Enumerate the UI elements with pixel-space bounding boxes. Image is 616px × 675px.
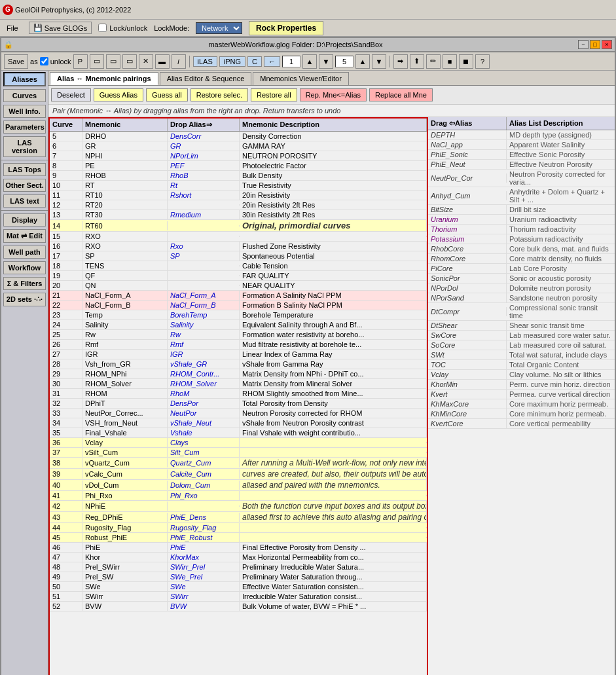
table-row[interactable]: 51 SWirr SWirr Irreducible Water Saturat…: [50, 592, 427, 602]
table-row[interactable]: 15 RXO: [50, 232, 427, 242]
table-row[interactable]: 21 NaCl_Form_A NaCl_Form_A Formation A S…: [50, 291, 427, 301]
table-row[interactable]: 10 RT Rt True Resistivity: [50, 181, 427, 191]
rep-mne-button[interactable]: Rep. Mne<=Alias: [300, 88, 367, 101]
tb-spin-up[interactable]: ▲: [302, 54, 317, 69]
table-row[interactable]: 22 NaCl_Form_B NaCl_Form_B Formation B S…: [50, 301, 427, 310]
tb-icon-bar[interactable]: ▬: [155, 54, 170, 69]
tb-icon-x[interactable]: ✕: [139, 54, 153, 69]
alias-row[interactable]: NaCl_app Apparent Water Salinity: [428, 140, 615, 150]
alias-row[interactable]: RhomCore Core matrix density, no fluids: [428, 254, 615, 264]
tb-square-icon[interactable]: ■: [443, 54, 457, 69]
tb-icon-4[interactable]: ▭: [122, 54, 137, 69]
sidebar-item-aliases[interactable]: Aliases: [3, 72, 46, 86]
table-row[interactable]: 16 RXO Rxo Flushed Zone Resistivity: [50, 242, 427, 251]
table-row[interactable]: 18 TENS Cable Tension: [50, 261, 427, 271]
alias-row[interactable]: KhMaxCore Core maximum horiz permeab.: [428, 399, 615, 409]
ipng-button[interactable]: iPNG: [219, 56, 245, 67]
table-row[interactable]: 45 Robust_PhiE PhiE_Robust: [50, 533, 427, 543]
table-row[interactable]: 32 DPhiT DensPor Total Porosity from Den…: [50, 399, 427, 409]
alias-row[interactable]: SoCore Lab measured core oil saturat.: [428, 340, 615, 350]
table-row[interactable]: 6 GR GR GAMMA RAY: [50, 141, 427, 151]
alias-row[interactable]: RhobCore Core bulk dens, mat. and fluids: [428, 244, 615, 254]
left-table-scroll[interactable]: 5 DRHO DensCorr Density Correction 6 GR …: [50, 132, 427, 675]
table-row[interactable]: 24 Salinity Salinity Equivalent Salinity…: [50, 320, 427, 330]
alias-row[interactable]: NPorDol Dolomite neutron porosity: [428, 283, 615, 293]
close-button[interactable]: ×: [602, 40, 612, 49]
tab-mnemonics-viewer[interactable]: Mnemonics Viewer/Editor: [253, 72, 349, 85]
tb-icon-2[interactable]: ▭: [90, 54, 104, 69]
table-row[interactable]: 35 Final_Vshale Vshale Final Vshale with…: [50, 428, 427, 438]
alias-row[interactable]: NPorSand Sandstone neutron porosity: [428, 293, 615, 303]
table-row[interactable]: 23 Temp BorehTemp Borehole Temperature: [50, 310, 427, 320]
table-row[interactable]: 50 SWe SWe Effective Water Saturation co…: [50, 582, 427, 592]
tb-pencil-icon[interactable]: ✏: [426, 54, 441, 69]
alias-row[interactable]: Uranium Uranium radioactivity: [428, 215, 615, 225]
sidebar-item-display[interactable]: Display: [3, 213, 46, 227]
alias-row[interactable]: Anhyd_Cum Anhydrite + Dolom + Quartz + S…: [428, 187, 615, 205]
num1-input[interactable]: [282, 56, 300, 67]
save-button[interactable]: Save: [4, 54, 28, 69]
tb-question-icon[interactable]: ?: [475, 54, 490, 69]
sidebar-item-las-tops[interactable]: LAS Tops: [3, 163, 46, 176]
restore-selec-button[interactable]: Restore selec.: [190, 88, 248, 101]
maximize-button[interactable]: □: [590, 40, 600, 49]
sidebar-item-mat-edit[interactable]: Mat ⇌ Edit: [3, 229, 46, 243]
table-row[interactable]: 34 VSH_from_Neut vShale_Neut vShale from…: [50, 418, 427, 428]
table-row[interactable]: 20 QN NEAR QUALITY: [50, 281, 427, 291]
save-glogs-button[interactable]: 💾 Save GLOGs: [29, 22, 92, 34]
alias-row[interactable]: PhiE_Sonic Effective Sonic Porosity: [428, 150, 615, 160]
table-row[interactable]: 13 RT30 Rmedium 30in Resistivity 2ft Res: [50, 210, 427, 220]
sidebar-item-curves[interactable]: Curves: [3, 89, 46, 102]
tb-up-icon[interactable]: ⬆: [410, 54, 424, 69]
table-row[interactable]: 44 Rugosity_Flag Rugosity_Flag: [50, 523, 427, 533]
alias-row[interactable]: KhMinCore Core minimum horiz permeab.: [428, 409, 615, 419]
table-row[interactable]: 33 NeutPor_Correc... NeutPor Neutron Por…: [50, 409, 427, 418]
table-row[interactable]: 28 Vsh_from_GR vShale_GR vShale from Gam…: [50, 359, 427, 369]
alias-row[interactable]: KhorMin Perm. curve min horiz. direction: [428, 380, 615, 390]
table-row[interactable]: 25 Rw Rw Formation water resistivity at …: [50, 330, 427, 340]
alias-row[interactable]: Thorium Thorium radioactivity: [428, 225, 615, 234]
rock-properties-button[interactable]: Rock Properties: [249, 21, 323, 35]
table-row[interactable]: 27 IGR IGR Linear Index of Gamma Ray: [50, 350, 427, 359]
num2-input[interactable]: [335, 56, 353, 67]
sidebar-item-las-version[interactable]: LAS version: [3, 136, 46, 157]
table-row[interactable]: 30 RHOM_Solver RHOM_Solver Matrix Densit…: [50, 379, 427, 389]
ilas-button[interactable]: iLAS: [193, 56, 217, 67]
sidebar-item-other-sect[interactable]: Other Sect.: [3, 179, 46, 192]
sidebar-item-well-info[interactable]: Well Info.: [3, 105, 46, 118]
table-row[interactable]: 40 vDol_Cum Dolom_Cum aliased and paired…: [50, 480, 427, 491]
sidebar-item-filters[interactable]: Σ & Filters: [3, 277, 46, 290]
sidebar-item-parameters[interactable]: Parameters: [3, 120, 46, 134]
tab-alias-mnemonic[interactable]: Alias ↔ Mnemonic pairings: [50, 72, 158, 85]
table-row[interactable]: 48 Prel_SWirr SWirr_Prel Preliminary Irr…: [50, 562, 427, 572]
lock-unlock-checkbox[interactable]: [98, 24, 107, 32]
table-row[interactable]: 12 RT20 20in Resistivity 2ft Res: [50, 200, 427, 210]
sidebar-item-2d-sets[interactable]: 2D sets ·∴·: [3, 293, 46, 306]
table-row[interactable]: 5 DRHO DensCorr Density Correction: [50, 132, 427, 141]
sidebar-item-well-path[interactable]: Well path: [3, 246, 46, 259]
tab-alias-editor[interactable]: Alias Editor & Sequence: [160, 72, 252, 85]
table-row[interactable]: 17 SP SP Spontaneous Potential: [50, 251, 427, 261]
table-row[interactable]: 46 PhiE PhiE Final Effective Porosity fr…: [50, 543, 427, 553]
tb-icon-3[interactable]: ▭: [106, 54, 120, 69]
table-row[interactable]: 36 Vclay Clays: [50, 438, 427, 448]
alias-row[interactable]: DtShear Shear sonic transit time: [428, 321, 615, 331]
table-row[interactable]: 29 RHOM_NPhi RHOM_Contr... Matrix Densit…: [50, 369, 427, 379]
alias-row[interactable]: Kvert Permea. curve vertical direction: [428, 390, 615, 399]
tb-stop-icon[interactable]: ⏹: [459, 54, 473, 69]
file-menu[interactable]: File: [3, 23, 22, 33]
right-alias-scroll[interactable]: DEPTH MD depth type (assigned) NaCl_app …: [428, 130, 615, 675]
sidebar-item-workflow[interactable]: Workflow: [3, 261, 46, 274]
restore-all-button[interactable]: Restore all: [251, 88, 297, 101]
lockmode-select[interactable]: Network: [196, 22, 242, 34]
tb-arrow-right[interactable]: ➡: [393, 54, 408, 69]
alias-row[interactable]: Vclay Clay volume. No silt or lithics: [428, 370, 615, 380]
sidebar-item-las-text[interactable]: LAS text: [3, 194, 46, 208]
tb-icon-1[interactable]: P: [73, 54, 88, 69]
arrow-button[interactable]: ←: [264, 56, 280, 67]
table-row[interactable]: 37 vSilt_Cum Silt_Cum: [50, 448, 427, 458]
tb-spin2-down[interactable]: ▼: [372, 54, 386, 69]
tb-spin2-up[interactable]: ▲: [355, 54, 370, 69]
table-row[interactable]: 11 RT10 Rshort 20in Resistivity: [50, 191, 427, 200]
unlock-checkbox[interactable]: [40, 57, 48, 65]
